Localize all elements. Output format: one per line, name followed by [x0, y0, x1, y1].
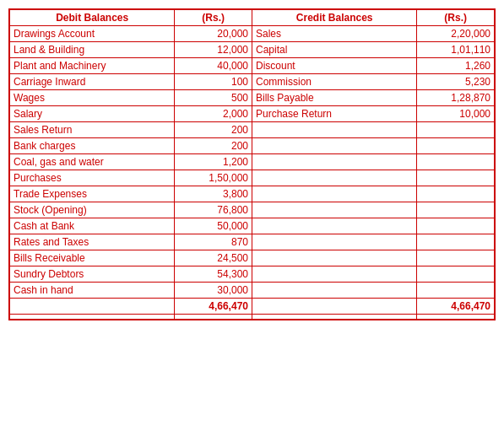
debit-label: Salary: [10, 106, 175, 122]
credit-amount: [417, 266, 495, 283]
table-row: Drawings Account20,000Sales2,20,000: [10, 26, 495, 42]
debit-label: Stock (Opening): [10, 202, 175, 218]
total-debit-amount: 4,66,470: [175, 299, 252, 315]
total-credit-label: [252, 299, 416, 315]
credit-amount: 1,01,110: [417, 42, 495, 58]
credit-amount: [417, 170, 495, 186]
total-debit-label: [10, 299, 175, 315]
table-row: Rates and Taxes870: [10, 234, 495, 250]
debit-label: Sales Return: [10, 122, 175, 138]
table-row: Trade Expenses3,800: [10, 186, 495, 202]
debit-label: Trade Expenses: [10, 186, 175, 202]
debit-amount: 50,000: [175, 218, 252, 234]
credit-label: [252, 122, 416, 138]
debit-rs-header: (Rs.): [175, 10, 252, 26]
credit-label: [252, 234, 416, 250]
credit-amount: 5,230: [417, 74, 495, 90]
debit-label: Purchases: [10, 170, 175, 186]
credit-rs-header: (Rs.): [417, 10, 495, 26]
trial-balance-table: Debit Balances (Rs.) Credit Balances (Rs…: [8, 8, 496, 320]
debit-amount: 76,800: [175, 202, 252, 218]
credit-label: [252, 266, 416, 283]
table-row: Coal, gas and water1,200: [10, 154, 495, 170]
debit-label: Carriage Inward: [10, 74, 175, 90]
debit-label: Coal, gas and water: [10, 154, 175, 170]
debit-amount: 200: [175, 138, 252, 154]
credit-label: Bills Payable: [252, 90, 416, 106]
credit-label: [252, 170, 416, 186]
debit-amount: 500: [175, 90, 252, 106]
credit-label: [252, 202, 416, 218]
debit-amount: 20,000: [175, 26, 252, 42]
credit-amount: 10,000: [417, 106, 495, 122]
debit-amount: 54,300: [175, 266, 252, 283]
table-row: Purchases1,50,000: [10, 170, 495, 186]
debit-label: Plant and Machinery: [10, 58, 175, 74]
credit-label: [252, 218, 416, 234]
debit-amount: 3,800: [175, 186, 252, 202]
credit-amount: [417, 250, 495, 266]
credit-label: [252, 283, 416, 299]
debit-label: Land & Building: [10, 42, 175, 58]
debit-label: Rates and Taxes: [10, 234, 175, 250]
credit-amount: [417, 218, 495, 234]
debit-label: Sundry Debtors: [10, 266, 175, 283]
debit-amount: 40,000: [175, 58, 252, 74]
credit-amount: [417, 283, 495, 299]
table-row: Sales Return200: [10, 122, 495, 138]
credit-amount: 1,260: [417, 58, 495, 74]
table-row: Salary2,000Purchase Return10,000: [10, 106, 495, 122]
credit-header: Credit Balances: [252, 10, 416, 26]
debit-amount: 1,50,000: [175, 170, 252, 186]
credit-amount: [417, 234, 495, 250]
credit-amount: [417, 122, 495, 138]
debit-label: Drawings Account: [10, 26, 175, 42]
credit-label: Commission: [252, 74, 416, 90]
debit-amount: 1,200: [175, 154, 252, 170]
credit-label: [252, 186, 416, 202]
credit-amount: 2,20,000: [417, 26, 495, 42]
table-row: Bank charges200: [10, 138, 495, 154]
table-row: Stock (Opening)76,800: [10, 202, 495, 218]
debit-label: Bank charges: [10, 138, 175, 154]
table-row: Land & Building12,000Capital1,01,110: [10, 42, 495, 58]
credit-label: [252, 138, 416, 154]
table-row: Cash in hand30,000: [10, 283, 495, 299]
debit-amount: 24,500: [175, 250, 252, 266]
table-row: Carriage Inward100Commission5,230: [10, 74, 495, 90]
credit-amount: 1,28,870: [417, 90, 495, 106]
credit-amount: [417, 154, 495, 170]
table-row: Cash at Bank50,000: [10, 218, 495, 234]
debit-amount: 30,000: [175, 283, 252, 299]
debit-amount: 12,000: [175, 42, 252, 58]
credit-label: Sales: [252, 26, 416, 42]
debit-header: Debit Balances: [10, 10, 175, 26]
credit-label: [252, 154, 416, 170]
debit-amount: 200: [175, 122, 252, 138]
table-row: Wages500Bills Payable1,28,870: [10, 90, 495, 106]
table-row: Sundry Debtors54,300: [10, 266, 495, 283]
total-row: 4,66,470 4,66,470: [10, 299, 495, 315]
debit-label: Wages: [10, 90, 175, 106]
debit-amount: 870: [175, 234, 252, 250]
debit-label: Cash at Bank: [10, 218, 175, 234]
debit-amount: 2,000: [175, 106, 252, 122]
credit-label: Capital: [252, 42, 416, 58]
credit-amount: [417, 138, 495, 154]
table-row: Plant and Machinery40,000Discount1,260: [10, 58, 495, 74]
credit-label: Discount: [252, 58, 416, 74]
debit-label: Cash in hand: [10, 283, 175, 299]
credit-amount: [417, 186, 495, 202]
credit-label: [252, 250, 416, 266]
total-credit-amount: 4,66,470: [417, 299, 495, 315]
debit-amount: 100: [175, 74, 252, 90]
credit-amount: [417, 202, 495, 218]
credit-label: Purchase Return: [252, 106, 416, 122]
table-row: Bills Receivable24,500: [10, 250, 495, 266]
debit-label: Bills Receivable: [10, 250, 175, 266]
